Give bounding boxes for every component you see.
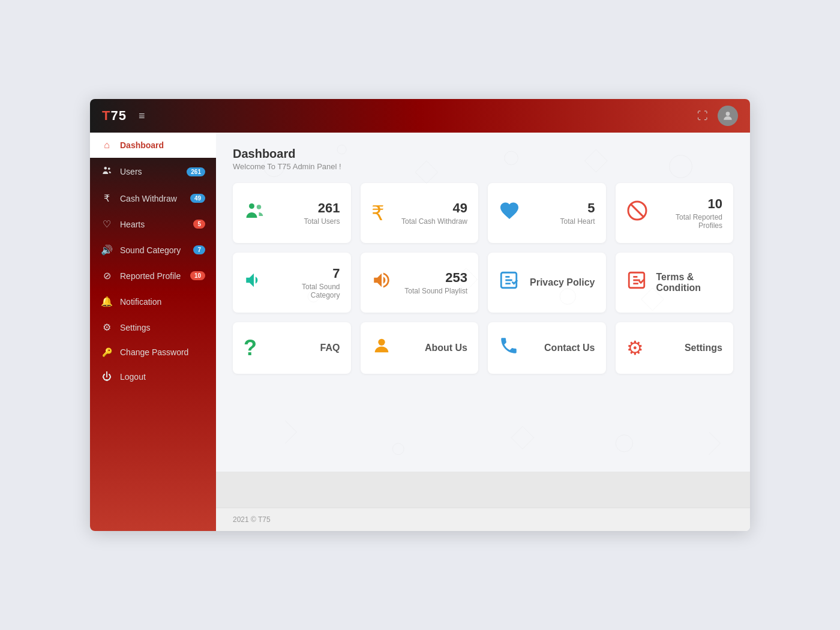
rupee-icon: ₹ xyxy=(101,193,113,204)
card-total-users[interactable]: 261 Total Users xyxy=(233,183,351,243)
sound-icon: 🔊 xyxy=(101,244,113,256)
sidebar-label-hearts: Hearts xyxy=(120,220,186,229)
privacy-label: Privacy Policy xyxy=(530,277,595,288)
sidebar-item-settings[interactable]: ⚙ Settings xyxy=(90,314,216,340)
reported-count: 10 xyxy=(708,196,722,212)
card-content-cash: 49 Total Cash Withdraw xyxy=(394,200,468,226)
dashboard-grid-row3: ? FAQ About Us xyxy=(233,322,733,374)
users-icon xyxy=(101,165,113,178)
settings-card-label: Settings xyxy=(685,343,722,353)
card-content-faq: FAQ xyxy=(266,343,340,353)
card-content-settings: Settings xyxy=(653,343,723,353)
topbar: T75 ≡ ⛶ xyxy=(90,99,750,133)
users-badge: 261 xyxy=(187,167,205,176)
hamburger-icon[interactable]: ≡ xyxy=(139,110,145,122)
heart-card-icon xyxy=(499,200,520,226)
sidebar-label-cash: Cash Withdraw xyxy=(120,194,183,203)
card-faq[interactable]: ? FAQ xyxy=(233,322,351,374)
footer-copy: 2021 © T75 xyxy=(233,515,271,524)
reported-icon: ⊘ xyxy=(101,270,113,281)
sound-category-card-icon xyxy=(244,270,264,295)
sound-cat-label: Total Sound Category xyxy=(274,283,340,299)
cash-badge: 49 xyxy=(190,194,205,203)
card-total-cash[interactable]: ₹ 49 Total Cash Withdraw xyxy=(361,183,479,243)
card-content-users: 261 Total Users xyxy=(275,200,340,226)
contact-label: Contact Us xyxy=(544,343,595,353)
expand-icon[interactable]: ⛶ xyxy=(697,110,708,122)
card-sound-category[interactable]: 7 Total Sound Category xyxy=(233,253,351,313)
settings-icon: ⚙ xyxy=(101,322,113,333)
terms-label: Terms & Condition xyxy=(656,272,723,293)
sidebar-item-hearts[interactable]: ♡ Hearts 5 xyxy=(90,211,216,237)
sidebar-item-users[interactable]: Users 261 xyxy=(90,158,216,185)
about-label: About Us xyxy=(425,343,467,353)
reported-card-icon xyxy=(626,200,648,226)
sidebar-label-logout: Logout xyxy=(120,372,205,382)
app-logo: T75 xyxy=(102,108,127,124)
reported-label: Total Reported Profiles xyxy=(658,213,723,230)
svg-point-8 xyxy=(616,435,632,452)
svg-point-1 xyxy=(104,167,107,170)
heart-label: Total Heart xyxy=(560,217,595,226)
sidebar-item-sound-category[interactable]: 🔊 Sound Category 7 xyxy=(90,237,216,263)
contact-card-icon xyxy=(499,335,519,361)
card-reported[interactable]: 10 Total Reported Profiles xyxy=(616,183,734,243)
card-terms[interactable]: Terms & Condition xyxy=(616,253,734,313)
page-title: Dashboard xyxy=(233,147,733,161)
notification-icon: 🔔 xyxy=(101,296,113,307)
card-content-terms: Terms & Condition xyxy=(656,272,723,293)
privacy-card-icon xyxy=(499,270,519,295)
svg-point-0 xyxy=(726,112,730,116)
avatar[interactable] xyxy=(718,106,738,126)
sidebar-label-dashboard: Dashboard xyxy=(120,140,205,150)
svg-point-11 xyxy=(249,203,254,209)
logo-num: 75 xyxy=(110,108,126,123)
card-privacy-policy[interactable]: Privacy Policy xyxy=(488,253,606,313)
sound-cat-count: 7 xyxy=(332,266,340,281)
sidebar-item-notification[interactable]: 🔔 Notification xyxy=(90,289,216,314)
content-area: Dashboard Welcome To T75 Admin Panel ! 2… xyxy=(216,133,750,531)
svg-point-12 xyxy=(257,205,262,209)
sidebar-label-settings: Settings xyxy=(120,323,205,332)
card-total-heart[interactable]: 5 Total Heart xyxy=(488,183,606,243)
sidebar-label-change-password: Change Password xyxy=(120,347,205,357)
card-sound-playlist[interactable]: 253 Total Sound Playlist xyxy=(361,253,479,313)
content-footer: 2021 © T75 xyxy=(216,508,750,531)
card-content-sound-pl: 253 Total Sound Playlist xyxy=(401,270,468,295)
card-content-sound-cat: 7 Total Sound Category xyxy=(274,266,340,299)
sidebar-label-users: Users xyxy=(120,167,179,176)
sidebar-item-dashboard[interactable]: ⌂ Dashboard xyxy=(90,133,216,158)
content-inner: Dashboard Welcome To T75 Admin Panel ! 2… xyxy=(216,133,750,472)
about-card-icon xyxy=(371,335,392,361)
sidebar-item-change-password[interactable]: 🔑 Change Password xyxy=(90,340,216,364)
app-window: T75 ≡ ⛶ ⌂ Dashboard Users 261 xyxy=(90,99,750,531)
card-content-heart: 5 Total Heart xyxy=(530,200,595,226)
sidebar-label-sound: Sound Category xyxy=(120,245,186,255)
bottom-spacer xyxy=(216,472,750,508)
cash-label: Total Cash Withdraw xyxy=(401,217,467,226)
users-count: 261 xyxy=(318,200,340,216)
page-subtitle: Welcome To T75 Admin Panel ! xyxy=(233,162,733,171)
terms-card-icon xyxy=(626,270,647,295)
cash-card-icon: ₹ xyxy=(371,201,385,225)
dashboard-grid-row2: 7 Total Sound Category 253 Total Sound P… xyxy=(233,253,733,313)
reported-badge: 10 xyxy=(190,271,205,280)
sound-playlist-card-icon xyxy=(371,270,392,295)
sidebar-item-reported-profile[interactable]: ⊘ Reported Profile 10 xyxy=(90,263,216,289)
sidebar-item-logout[interactable]: ⏻ Logout xyxy=(90,364,216,389)
users-card-icon xyxy=(244,200,265,226)
sound-pl-count: 253 xyxy=(445,270,467,286)
sound-pl-label: Total Sound Playlist xyxy=(404,287,467,295)
faq-label: FAQ xyxy=(320,343,340,353)
card-content-contact: Contact Us xyxy=(529,343,595,353)
logo-t: T xyxy=(102,108,110,123)
card-settings[interactable]: ⚙ Settings xyxy=(616,322,734,374)
heart-icon: ♡ xyxy=(101,218,113,230)
card-about-us[interactable]: About Us xyxy=(361,322,479,374)
svg-point-17 xyxy=(378,339,385,346)
topbar-right: ⛶ xyxy=(697,106,738,126)
sidebar-item-cash-withdraw[interactable]: ₹ Cash Withdraw 49 xyxy=(90,185,216,211)
users-label: Total Users xyxy=(304,217,340,226)
card-contact-us[interactable]: Contact Us xyxy=(488,322,606,374)
main-layout: ⌂ Dashboard Users 261 ₹ Cash Withdraw 49… xyxy=(90,133,750,531)
